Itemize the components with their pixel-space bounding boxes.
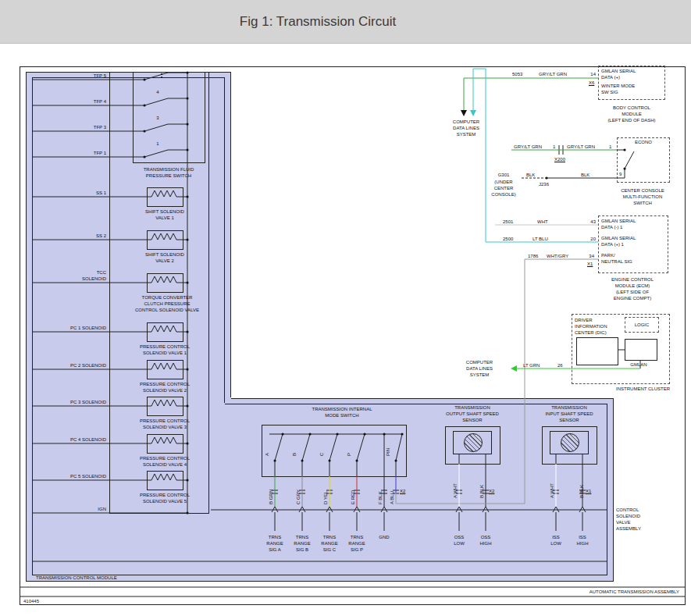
circuit-2500: 2500 [503,236,518,242]
oss-wire-label-wht: A WHT [452,467,458,498]
connector-label-x1-ecm: X1 [587,261,597,267]
wire-label-gry: C GRY [295,473,301,504]
pc-solenoid-2-box [147,360,183,379]
pc-solenoid-3-label: PRESSURE CONTROL SOLENOID VALVE 3 [137,418,192,430]
pin-label-pc4: PC 4 SOLENOID [47,436,106,443]
color-gry-lt-grn-right: GRY/LT GRN [567,144,600,150]
ecm-label: ENGINE CONTROL MODULE (ECM) (LEFT SIDE O… [598,276,667,301]
tcm-pin-oss-low: OSS LOW [448,534,470,547]
tfp-switch-number-4: 4 [153,89,162,95]
title-bar: Fig 1: Transmission Circuit [0,0,691,44]
color-lt-grn: LT GRN [523,362,545,369]
pc-solenoid-3-box [147,397,183,416]
tcm-pin-trns-c: TRNS RANGE SIG C [318,534,341,553]
tfp-switch-label: TRANSMISSION FLUID PRESSURE SWITCH [130,166,208,179]
pc-solenoid-2-label: PRESSURE CONTROL SOLENOID VALVE 2 [137,381,192,393]
tcm-pin-trns-p: TRNS RANGE SIG P [345,534,369,553]
circuit-5053: 5053 [512,71,528,77]
color-wht: WHT [537,219,554,225]
pc-solenoid-5-box [147,471,183,490]
ecm-pin-gmlan-minus: GMLAN SERIAL DATA (-) 1 [601,218,665,230]
pin-label-pc5: PC 5 SOLENOID [47,473,106,479]
pin-1-left: 1 [553,144,559,150]
pc-solenoid-4-box [147,434,183,454]
connector-label-x6: X6 [589,80,598,86]
pin-34: 34 [584,253,594,259]
shift-solenoid-2-box [147,230,183,250]
contact-label-a: A [264,443,270,456]
tcc-solenoid-box [147,273,183,293]
wire-label-red: E RED [350,473,356,504]
ground-location: (UNDER CENTER CONSOLE) [489,179,518,198]
pin-9: 9 [619,171,625,177]
pin-label-pc1: PC 1 SOLENOID [47,325,106,331]
color-blk-left: BLK [526,172,539,178]
pc-solenoid-5-label: PRESSURE CONTROL SOLENOID VALVE 5 [137,492,192,504]
tcm-pin-iss-low: ISS LOW [545,534,567,547]
pin-label-ign: IGN [47,506,106,512]
shift-solenoid-1-box [147,187,183,207]
pin-label-tcc: TCC SOLENOID [75,269,106,282]
color-blk-right: BLK [581,172,593,178]
page-title: Fig 1: Transmission Circuit [0,0,636,43]
pc-solenoid-4-label: PRESSURE CONTROL SOLENOID VALVE 4 [137,455,192,468]
assembly-label: AUTOMATIC TRANSMISSION ASSEMBLY [453,589,679,595]
splice-j236: J236 [539,181,554,187]
econo-label: ECONO [625,139,662,145]
connector-label-x2-ims: X2 [400,488,411,494]
tcm-label: TRANSMISSION CONTROL MODULE [36,575,153,581]
ground-name: G301 [489,172,518,178]
wire-label-grn: B GRN [268,473,274,504]
pin-label-ss1: SS 1 [47,190,106,196]
color-gry-lt-grn-left: GRY/LT GRN [514,144,547,150]
circuit-2501: 2501 [503,219,518,225]
dic-block [576,337,618,365]
data-lines-label-bottom: COMPUTER DATA LINES SYSTEM [459,359,500,378]
figure-number: 410445 [23,598,70,604]
wire-label-blk: F BLK [377,473,383,504]
bcm-pin-winter: WINTER MODE SW SIG [601,83,664,95]
shift-solenoid-2-label: SHIFT SOLENOID VALVE 2 [141,251,188,264]
tcm-pin-trns-b: TRNS RANGE SIG B [290,534,314,553]
color-lt-blu: LT BLU [532,236,553,242]
iss-wire-label-wht: A WHT [549,467,555,498]
dic-logic-label: LOGIC [625,322,659,328]
tfp-switch-number-1: 1 [153,141,162,147]
color-wht-gry: WHT/GRY [547,253,573,259]
econo-module-label: CENTER CONSOLE MULTI-FUNCTION SWITCH [614,187,671,206]
data-lines-label-top: COMPUTER DATA LINES SYSTEM [448,119,484,137]
pin-label-pc3: PC 3 SOLENOID [47,399,106,405]
tcc-solenoid-label: TORQUE CONVERTER CLUTCH PRESSURE CONTROL… [134,294,201,313]
csva-label: CONTROL SOLENOID VALVE ASSEMBLY [616,507,658,532]
pin-14: 14 [586,71,596,77]
pc-solenoid-1-label: PRESSURE CONTROL SOLENOID VALVE 1 [137,344,192,356]
contact-label-b: B [291,443,297,456]
contact-label-p: P [346,443,352,456]
tcm-pin-trns-a: TRNS RANGE SIG A [263,534,287,553]
iss-sensor-coil-icon [561,433,579,452]
circuit-1786: 1786 [528,253,543,259]
iss-wire-label-blk: B BLK [579,467,585,498]
dic-gmlan-block [625,339,657,361]
pin-label-ss2: SS 2 [47,233,106,239]
pin-label-tfp4: TFP 4 [47,98,106,105]
dic-label: DRIVER INFORMATION CENTER (DIC) [575,317,622,336]
pin-label-pc2: PC 2 SOLENOID [47,362,106,369]
dic-gmlan-label: GMLAN [620,361,657,368]
pin-label-tfp1: TFP 1 [47,150,106,156]
pin-label-tfp5: TFP 5 [47,73,106,79]
contact-label-pin: PIN [385,443,391,456]
tfp-switch-number-3: 3 [153,115,162,121]
oss-wire-label-blk: B BLK [479,467,485,498]
color-gry-lt-grn-bcm: GRY/LT GRN [539,71,572,77]
connector-label-x1-iss: X1 [586,488,597,494]
pin-26: 26 [557,362,567,369]
pin-label-tfp3: TFP 3 [47,124,106,130]
wire-label-blu: A BLU [389,473,395,504]
shift-solenoid-1-label: SHIFT SOLENOID VALVE 1 [141,208,188,221]
instrument-cluster-label: INSTRUMENT CLUSTER [600,386,670,392]
tfp-switch-box [133,72,205,163]
oss-sensor-coil-icon [464,433,483,452]
ecm-pin-gmlan-plus: GMLAN SERIAL DATA (+) 1 [601,235,665,247]
iss-title: TRANSMISSION INPUT SHAFT SPEED SENSOR [532,404,606,423]
